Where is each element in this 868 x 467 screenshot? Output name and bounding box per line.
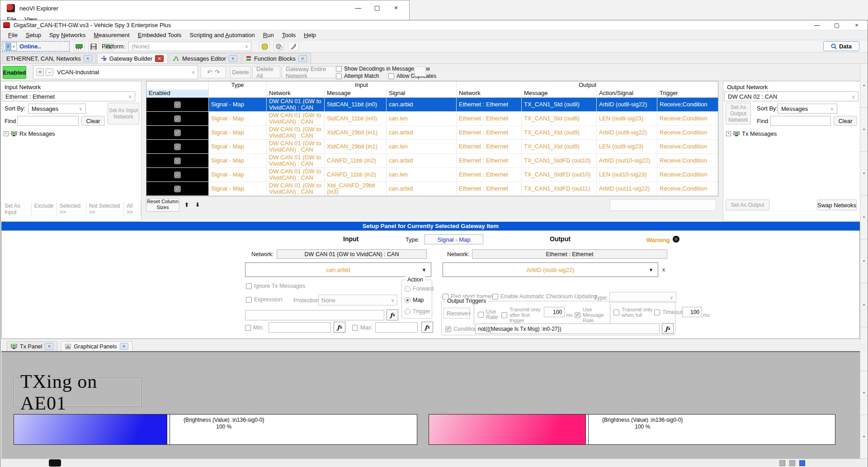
brightness-gradient-bar[interactable] [429, 414, 586, 445]
logging-mode-button[interactable]: ▾ [4, 42, 17, 51]
expression-checkbox[interactable]: Expression: [246, 296, 283, 303]
column-header-network[interactable]: Network [267, 90, 325, 97]
grid-view-icon[interactable] [789, 460, 795, 466]
tab-ethernet-can-networks[interactable]: ETHERNET, CAN, Networks✕ [2, 53, 96, 63]
row-checkbox-icon[interactable] [174, 186, 181, 192]
input-network-select[interactable]: Ethernet : Ethernet ∨ [2, 91, 135, 101]
move-up-button[interactable]: ⬆ [182, 200, 191, 210]
table-row[interactable]: Signal - MapDW CAN 01 (GW to VividCAN) :… [146, 168, 718, 182]
tab-close-icon[interactable]: ✕ [84, 55, 92, 62]
add-gateway-button[interactable]: ✛ [36, 68, 44, 76]
max-input[interactable] [375, 322, 418, 333]
row-enabled-cell[interactable] [146, 140, 209, 153]
column-header-message[interactable]: Message [522, 90, 597, 97]
output-signal-combo[interactable]: ArbID (out8-sig22) ▼ x [443, 262, 658, 277]
condition-fx-button[interactable]: ƒx [662, 323, 674, 334]
dock-slot[interactable]: • [860, 415, 868, 459]
condition-field[interactable]: not({(Message Is Tx Msg) :in0-27}) [475, 324, 660, 334]
swap-networks-button[interactable]: Swap Netwoks [817, 200, 857, 210]
row-enabled-cell[interactable] [146, 154, 209, 167]
undo-button[interactable]: ↶ [207, 69, 212, 76]
attempt-match-checkbox[interactable]: Attempt Match [336, 73, 379, 79]
row-checkbox-icon[interactable] [174, 101, 181, 108]
delete-button[interactable]: Delete [230, 66, 251, 78]
condition-checkbox[interactable]: Condition: [445, 326, 479, 332]
dock-slot[interactable]: • [860, 152, 868, 195]
expand-icon[interactable]: + [726, 131, 731, 136]
dock-slot[interactable]: • [860, 64, 868, 108]
row-checkbox-icon[interactable] [174, 129, 181, 136]
allow-duplicates-checkbox[interactable]: Allow Duplicates [388, 73, 436, 79]
menu-item-scripting-and-automation[interactable]: Scripting and Automation [185, 31, 259, 39]
find-input[interactable] [770, 116, 831, 126]
column-header-message[interactable]: Message [325, 90, 387, 97]
transmit-full-checkbox[interactable]: Transmit only when full [613, 307, 653, 318]
trigger-mode-select[interactable]: Receive ∨ [443, 308, 470, 319]
row-checkbox-icon[interactable] [174, 115, 181, 122]
input-signal-combo[interactable]: can.arbid ▼ [245, 262, 431, 277]
timeout-input[interactable] [682, 307, 702, 317]
gateway-network-select[interactable]: VCAN-Industrial [55, 69, 190, 76]
use-rate-checkbox[interactable]: Use Rate [478, 309, 501, 320]
menu-item-tools[interactable]: Tools [278, 31, 300, 39]
transmit-after-checkbox[interactable]: Transmit only after first trigger [501, 307, 542, 323]
platform-select[interactable]: (None) ∨ [128, 42, 251, 51]
timeout-checkbox[interactable]: Timeout: [654, 309, 684, 315]
table-row[interactable]: Signal - MapDW CAN 01 (GW to VividCAN) :… [146, 112, 718, 126]
output-network-select[interactable]: DW CAN 02 : CAN ∨ [724, 91, 859, 101]
dock-slot[interactable]: • [860, 195, 868, 239]
rx-messages-tree-item[interactable]: + Rx Messages [4, 130, 55, 137]
table-row[interactable]: Signal - MapDW CAN 01 (GW to VividCAN) :… [146, 140, 718, 154]
clear-button[interactable]: Clear [81, 116, 105, 126]
data-button[interactable]: Data [823, 41, 859, 51]
clear-button[interactable]: Clear [834, 116, 857, 126]
row-checkbox-icon[interactable] [174, 143, 181, 150]
action-all-[interactable]: All >> [124, 202, 141, 216]
protection-select[interactable]: None ∨ [318, 295, 397, 305]
table-row[interactable]: Signal - MapDW CAN 01 (GW to VividCAN) :… [146, 126, 718, 140]
tab-function-blocks[interactable]: Function Blocks✕ [242, 53, 311, 63]
action-not-selected-[interactable]: Not Selected >> [86, 202, 124, 216]
table-row[interactable]: Signal - MapDW CAN 01 (GW to VividCAN) :… [146, 154, 718, 168]
row-enabled-cell[interactable] [146, 98, 209, 111]
max-fx-button[interactable]: ƒx [421, 322, 433, 333]
set-as-input-network-button[interactable]: Set As Input Network [108, 103, 139, 124]
tools-button[interactable] [288, 42, 299, 51]
redo-button[interactable]: ↷ [215, 69, 220, 76]
set-as-output-network-button[interactable]: Set As Output Network [726, 103, 751, 124]
action-radio-trigger[interactable]: Trigger [405, 308, 430, 315]
dock-slot[interactable]: • [860, 371, 868, 415]
delete-all-button[interactable]: Delete All [252, 66, 280, 78]
type-value-box[interactable]: Signal - Map [425, 234, 483, 244]
neovi-close-button[interactable]: × [387, 0, 406, 15]
table-row[interactable]: Signal - MapDW CAN 01 (GW to VividCAN) :… [146, 182, 718, 196]
database-copy-button[interactable] [274, 42, 284, 51]
column-header-trigger[interactable]: Trigger [657, 90, 719, 97]
panel-view-icon[interactable] [779, 460, 785, 466]
min-input[interactable] [269, 322, 331, 333]
action-set-as-input[interactable]: Set As Input [2, 202, 32, 216]
tab-graphical-panels[interactable]: Graphical Panels✕ [61, 341, 132, 351]
row-enabled-cell[interactable] [146, 168, 209, 181]
expression-input[interactable] [245, 310, 384, 320]
menu-item-help[interactable]: Help [300, 31, 320, 39]
tab-close-icon[interactable]: ✕ [120, 343, 128, 350]
rate-input[interactable] [544, 307, 565, 317]
tab-tx-panel[interactable]: Tx Panel✕ [7, 341, 57, 351]
gateway-enabled-button[interactable]: Enabled [3, 66, 26, 79]
find-input[interactable] [17, 116, 79, 126]
network-hardware-button[interactable] [74, 42, 85, 51]
max-checkbox[interactable]: Max: [352, 324, 373, 331]
database-button[interactable] [259, 42, 270, 51]
menu-item-file[interactable]: File [4, 31, 22, 39]
blank-button[interactable] [414, 67, 426, 76]
move-down-button[interactable]: ⬇ [193, 200, 202, 210]
tab-close-icon[interactable]: ✕ [298, 55, 307, 62]
tab-gateway-builder[interactable]: Gateway Builder✕ [97, 53, 168, 63]
column-header-network[interactable]: Network [457, 90, 522, 97]
reset-column-sizes-button[interactable]: Reset Column Sizes [146, 198, 179, 212]
sort-by-select[interactable]: Messages ∨ [28, 104, 86, 114]
min-checkbox[interactable]: Min: [245, 324, 264, 331]
row-enabled-cell[interactable] [146, 126, 209, 139]
row-checkbox-icon[interactable] [174, 157, 181, 164]
